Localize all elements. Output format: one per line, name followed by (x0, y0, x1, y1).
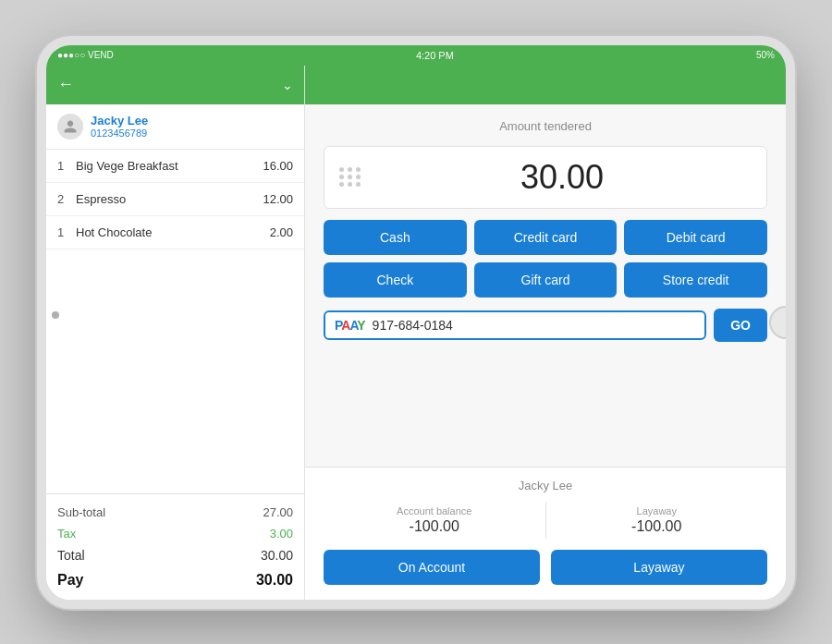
item-qty: 1 (57, 225, 76, 239)
item-price: 16.00 (263, 159, 293, 173)
status-time: 4:20 PM (416, 50, 454, 61)
customer-phone: 0123456789 (91, 128, 148, 139)
payment-buttons-grid: Cash Credit card Debit card Check Gift c… (324, 220, 767, 298)
pay-row: Pay 30.00 (57, 566, 293, 592)
tax-value: 3.00 (270, 527, 293, 541)
payment-area: Amount tendered 30.00 (305, 104, 786, 467)
layaway-label: Layaway (546, 505, 768, 516)
tax-label: Tax (57, 527, 76, 541)
avatar (57, 114, 83, 140)
customer-name: Jacky Lee (91, 114, 148, 128)
right-panel: Amount tendered 30.00 (305, 66, 786, 600)
table-row: 1 Hot Chocolate 2.00 (46, 216, 304, 249)
total-label: Total (57, 548, 85, 563)
paay-logo: PAAY (335, 318, 365, 333)
layaway-col: Layaway -100.00 (546, 502, 768, 539)
pay-value: 30.00 (256, 572, 293, 589)
chevron-down-icon[interactable]: ⌄ (282, 78, 293, 92)
table-row: 2 Espresso 12.00 (46, 183, 304, 216)
item-price: 12.00 (263, 192, 293, 206)
user-icon (63, 119, 78, 134)
right-header-bar (305, 66, 786, 104)
total-row: Total 30.00 (57, 544, 293, 566)
left-header-bar: ← ⌄ (46, 66, 304, 104)
left-panel: ← ⌄ Jacky Lee 0123456789 1 B (46, 66, 305, 600)
table-row: 1 Big Vege Breakfast 16.00 (46, 150, 304, 183)
item-price: 2.00 (270, 225, 293, 239)
home-button[interactable] (769, 306, 795, 339)
cash-button[interactable]: Cash (324, 220, 467, 255)
item-name: Hot Chocolate (76, 225, 270, 239)
customer-bottom-panel: Jacky Lee Account balance -100.00 Layawa… (305, 467, 786, 600)
item-qty: 1 (57, 159, 76, 173)
side-button (52, 311, 59, 319)
pay-label: Pay (57, 572, 83, 589)
customer-row[interactable]: Jacky Lee 0123456789 (46, 104, 304, 150)
account-balance-col: Account balance -100.00 (324, 502, 546, 539)
item-qty: 2 (57, 192, 76, 206)
tax-row: Tax 3.00 (57, 523, 293, 544)
layaway-button[interactable]: Layaway (551, 550, 767, 585)
paay-input-wrap: PAAY 917-684-0184 (324, 310, 706, 340)
customer-bottom-name: Jacky Lee (324, 479, 767, 492)
order-items-list: 1 Big Vege Breakfast 16.00 2 Espresso 12… (46, 150, 304, 322)
on-account-button[interactable]: On Account (324, 550, 540, 585)
numpad-icon (339, 167, 361, 187)
subtotal-row: Sub-total 27.00 (57, 502, 293, 523)
layaway-value: -100.00 (546, 518, 768, 535)
back-button[interactable]: ← (57, 75, 74, 94)
customer-info: Jacky Lee 0123456789 (91, 114, 148, 139)
carrier-text: ●●●○○ VEND (57, 50, 114, 60)
item-name: Big Vege Breakfast (76, 159, 263, 173)
status-left: ●●●○○ VEND (57, 50, 114, 60)
account-buttons: On Account Layaway (324, 550, 767, 585)
amount-tendered-label: Amount tendered (324, 119, 767, 133)
amount-value: 30.00 (373, 158, 752, 197)
paay-go-button[interactable]: GO (714, 309, 767, 342)
battery-percent: 50% (756, 50, 775, 60)
paay-phone: 917-684-0184 (373, 318, 453, 333)
ipad-shell: ●●●○○ VEND 4:20 PM 50% ← ⌄ Ja (37, 36, 795, 609)
account-info: Account balance -100.00 Layaway -100.00 (324, 502, 767, 539)
main-content: ← ⌄ Jacky Lee 0123456789 1 B (46, 66, 786, 600)
account-balance-label: Account balance (324, 505, 545, 516)
subtotal-value: 27.00 (263, 505, 293, 519)
amount-display: 30.00 (324, 146, 767, 209)
status-bar: ●●●○○ VEND 4:20 PM 50% (46, 45, 786, 66)
status-right: 50% (756, 50, 775, 60)
store-credit-button[interactable]: Store credit (624, 262, 767, 298)
check-button[interactable]: Check (324, 262, 467, 298)
subtotal-label: Sub-total (57, 505, 105, 519)
paay-row: PAAY 917-684-0184 GO (324, 309, 767, 342)
item-name: Espresso (76, 192, 263, 206)
credit-card-button[interactable]: Credit card (474, 220, 618, 255)
debit-card-button[interactable]: Debit card (624, 220, 767, 255)
account-balance-value: -100.00 (324, 518, 545, 535)
total-value: 30.00 (261, 548, 293, 563)
totals-section: Sub-total 27.00 Tax 3.00 Total 30.00 Pay… (46, 493, 304, 600)
gift-card-button[interactable]: Gift card (474, 262, 618, 298)
